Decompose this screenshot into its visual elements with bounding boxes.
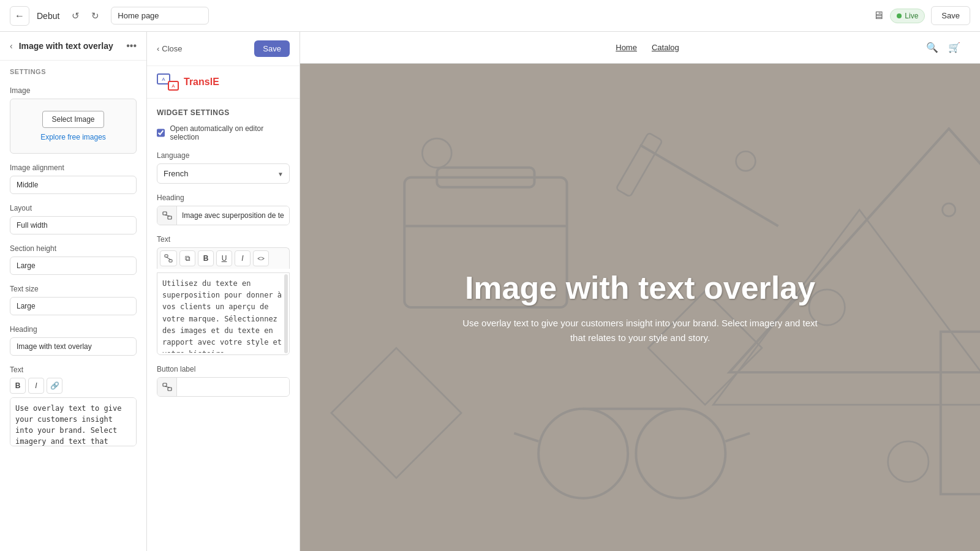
sidebar-back-icon[interactable]: ‹: [10, 41, 13, 51]
cart-icon[interactable]: 🛒: [948, 42, 960, 53]
text-size-label: Text size: [10, 285, 137, 293]
auto-open-label: Open automatically on editor selection: [170, 124, 290, 141]
link-button[interactable]: 🔗: [47, 378, 62, 394]
translation-save-button[interactable]: Save: [254, 40, 290, 57]
back-button[interactable]: ←: [10, 6, 29, 26]
layout-group: Layout Full widthFixed width: [10, 204, 137, 234]
image-alignment-select[interactable]: MiddleLeftRight: [10, 176, 137, 194]
undo-button[interactable]: ↺: [67, 7, 84, 24]
live-dot: [897, 13, 902, 18]
save-button[interactable]: Save: [931, 6, 970, 25]
heading-group: Heading: [10, 325, 137, 356]
explore-free-images-link[interactable]: Explore free images: [40, 133, 106, 141]
bold-button[interactable]: B: [10, 378, 26, 394]
text-size-select[interactable]: LargeSmallMedium: [10, 297, 137, 315]
sidebar-content: Image Select Image Explore free images I…: [0, 79, 146, 551]
language-select[interactable]: FrenchSpanishGerman: [157, 163, 290, 184]
search-icon[interactable]: 🔍: [926, 42, 938, 53]
svg-point-22: [943, 203, 956, 216]
trans-text-textarea[interactable]: Utilisez du texte en superposition pour …: [157, 273, 289, 353]
trans-heading-icon: [157, 206, 177, 225]
section-height-label: Section height: [10, 244, 137, 253]
svg-line-5: [167, 257, 171, 260]
trans-text-area-wrap: Utilisez du texte en superposition pour …: [157, 272, 290, 355]
svg-rect-3: [165, 255, 168, 257]
nav-link-catalog[interactable]: Catalog: [652, 43, 679, 52]
image-alignment-group: Image alignment MiddleLeftRight: [10, 163, 137, 194]
section-height-group: Section height LargeSmallMedium: [10, 244, 137, 275]
trans-heading-field-label: Heading: [157, 193, 290, 202]
image-label: Image: [10, 86, 137, 95]
text-textarea[interactable]: Use overlay text to give your customers …: [10, 397, 137, 446]
svg-line-2: [165, 215, 170, 216]
svg-rect-6: [163, 383, 167, 386]
text-label: Text: [10, 365, 137, 374]
svg-rect-0: [163, 212, 167, 215]
trans-bold-btn[interactable]: B: [198, 250, 214, 266]
trans-italic-btn[interactable]: I: [235, 250, 251, 266]
italic-button[interactable]: I: [28, 378, 44, 394]
monitor-icon: 🖥: [873, 9, 884, 22]
page-select[interactable]: Home page About Contact: [111, 7, 209, 24]
select-image-button[interactable]: Select Image: [42, 111, 104, 128]
sidebar-header: ‹ Image with text overlay •••: [0, 32, 146, 61]
sidebar-title: Image with text overlay: [19, 41, 121, 51]
trans-text-label: Text: [157, 235, 290, 244]
hero-section: Image with text overlay Use overlay text…: [300, 64, 980, 551]
sidebar-more-icon[interactable]: •••: [126, 40, 137, 51]
logo-box-2: A: [168, 81, 179, 91]
close-chevron: ‹: [157, 44, 159, 53]
top-bar: ← Debut ↺ ↻ Home page About Contact 🖥 Li…: [0, 0, 980, 32]
trans-button-wrap: [157, 377, 290, 397]
store-name: Debut: [37, 11, 59, 21]
svg-rect-7: [168, 388, 172, 391]
trans-code-btn[interactable]: <>: [253, 250, 269, 266]
auto-open-checkbox[interactable]: [157, 129, 165, 137]
translation-panel: ‹ Close Save A A TranslE WIDGET SETTINGS…: [147, 32, 300, 551]
text-toolbar: B I 🔗: [10, 378, 137, 394]
image-alignment-label: Image alignment: [10, 163, 137, 172]
trans-heading-input[interactable]: [177, 206, 289, 225]
heading-input[interactable]: [10, 337, 137, 356]
trans-heading-wrap: [157, 206, 290, 225]
settings-label: SETTINGS: [0, 61, 146, 79]
section-height-select[interactable]: LargeSmallMedium: [10, 257, 137, 275]
nav-icons: 🔍 🛒: [926, 42, 960, 53]
translation-content: WIDGET SETTINGS Open automatically on ed…: [147, 99, 300, 551]
svg-rect-24: [941, 332, 980, 494]
text-size-group: Text size LargeSmallMedium: [10, 285, 137, 315]
undo-redo-group: ↺ ↻: [67, 7, 104, 24]
preview-area: Home Catalog 🔍 🛒: [300, 32, 980, 551]
trans-text-scrollbar[interactable]: [284, 274, 288, 353]
heading-label: Heading: [10, 325, 137, 334]
trans-translate-btn[interactable]: [160, 250, 177, 266]
page-select-wrap: Home page About Contact: [111, 7, 209, 24]
trans-button-label-input[interactable]: [177, 378, 289, 396]
layout-label: Layout: [10, 204, 137, 212]
trans-button-label-section: Button label: [157, 365, 290, 397]
svg-point-19: [422, 138, 451, 168]
live-label: Live: [905, 12, 918, 20]
hero-content: Image with text overlay Use overlay text…: [432, 269, 848, 345]
trans-text-section: Text ⧉ B U I <> Utilisez du texte en sup…: [157, 235, 290, 355]
nav-link-home[interactable]: Home: [616, 43, 637, 52]
image-field-group: Image Select Image Explore free images: [10, 86, 137, 154]
layout-select[interactable]: Full widthFixed width: [10, 216, 137, 234]
trans-underline-btn[interactable]: U: [216, 250, 232, 266]
hero-title: Image with text overlay: [456, 269, 824, 306]
trans-header: ‹ Close Save: [147, 32, 300, 66]
top-bar-right: 🖥 Live Save: [873, 6, 970, 25]
svg-point-14: [538, 409, 628, 498]
language-label: Language: [157, 151, 290, 160]
widget-settings-title: WIDGET SETTINGS: [157, 108, 290, 117]
trans-copy-btn[interactable]: ⧉: [179, 250, 195, 266]
language-select-wrap: FrenchSpanishGerman ▼: [157, 163, 290, 184]
redo-button[interactable]: ↻: [86, 7, 104, 24]
svg-point-23: [888, 441, 929, 482]
trans-button-icon: [157, 378, 177, 396]
transle-name: TranslE: [184, 77, 219, 88]
main-area: ‹ Image with text overlay ••• SETTINGS I…: [0, 32, 980, 551]
back-icon: ←: [15, 10, 24, 21]
svg-rect-1: [168, 216, 172, 219]
close-button[interactable]: ‹ Close: [157, 44, 183, 53]
